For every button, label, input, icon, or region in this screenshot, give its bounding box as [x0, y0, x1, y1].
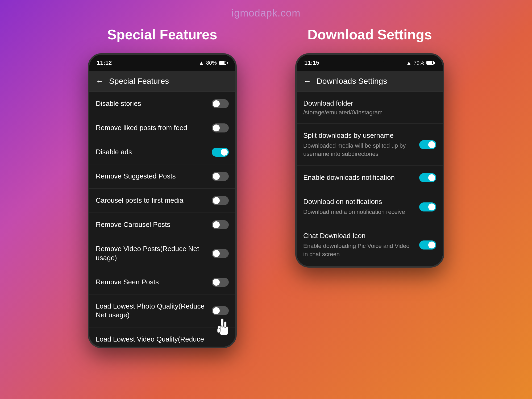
left-status-right: ▲ 80% [199, 60, 228, 66]
download-folder-label: Download folder [303, 99, 436, 107]
setting-label-disable-ads: Disable ads [96, 148, 206, 157]
setting-sublabel-chat-download: Enable downloading Pic Voice and Video i… [303, 242, 414, 259]
left-settings-list: Disable stories Remove liked posts from … [89, 92, 235, 347]
left-phone: 11:12 ▲ 80% ← Special Features [88, 53, 237, 348]
setting-item-disable-ads: Disable ads [89, 140, 235, 164]
toggle-load-lowest-photo[interactable] [212, 306, 229, 315]
toggle-remove-suggested[interactable] [212, 172, 229, 181]
toggle-knob-chat-download [428, 242, 435, 248]
right-status-bar: 11:15 ▲ 79% [297, 55, 443, 71]
svg-rect-2 [224, 322, 226, 328]
watermark: igmodapk.com [231, 7, 300, 19]
left-btn-volume-up [88, 108, 89, 129]
svg-rect-5 [221, 318, 223, 326]
setting-label-enable-notif: Enable downloads notification [303, 173, 414, 182]
setting-label-disable-stories: Disable stories [96, 99, 206, 108]
toggle-split-downloads[interactable] [419, 140, 436, 149]
setting-label-load-lowest-photo: Load Lowest Photo Quality(Reduce Net usa… [96, 302, 206, 320]
right-column-title: Download Settings [307, 27, 432, 43]
setting-item-remove-seen: Remove Seen Posts [89, 270, 235, 294]
setting-item-carousel-first: Carousel posts to first media [89, 189, 235, 213]
right-right-btn-power [443, 108, 444, 140]
right-status-right: ▲ 79% [406, 60, 435, 66]
setting-item-remove-liked: Remove liked posts from feed [89, 116, 235, 140]
toggle-remove-liked[interactable] [212, 123, 229, 132]
toggle-knob-disable-stories [213, 100, 220, 107]
setting-sublabel-split-downloads: Downloaded media will be splited up by u… [303, 142, 414, 158]
setting-sublabel-download-on-notif: Download media on notification receive [303, 208, 414, 216]
left-back-button[interactable]: ← [96, 77, 104, 86]
right-column: Download Settings 11:15 ▲ 79% [277, 27, 463, 348]
svg-rect-4 [217, 328, 220, 333]
setting-label-remove-suggested: Remove Suggested Posts [96, 172, 206, 181]
left-status-time: 11:12 [97, 59, 112, 66]
right-screen-title: Downloads Settings [317, 77, 387, 86]
setting-item-load-lowest-video: Load Lowest Video Quality(Reduce [89, 327, 235, 347]
setting-item-download-on-notif: Download on notifications Download media… [297, 190, 443, 224]
right-battery-text: 79% [414, 60, 424, 66]
toggle-disable-ads[interactable] [212, 148, 229, 157]
setting-item-download-folder: Download folder /storage/emulated/0/Inst… [297, 92, 443, 124]
toggle-knob-remove-seen [213, 279, 220, 286]
right-left-btn-silent [295, 87, 296, 103]
setting-label-split-downloads: Split downloads by username [303, 131, 414, 140]
setting-item-disable-stories: Disable stories [89, 92, 235, 116]
right-battery-icon [426, 61, 435, 65]
setting-item-enable-notif: Enable downloads notification [297, 166, 443, 190]
setting-label-remove-seen: Remove Seen Posts [96, 278, 206, 287]
toggle-knob-enable-notif [428, 174, 435, 181]
setting-item-remove-carousel: Remove Carousel Posts [89, 213, 235, 237]
setting-label-carousel-first: Carousel posts to first media [96, 196, 206, 205]
toggle-enable-notif[interactable] [419, 173, 436, 182]
toggle-knob-download-on-notif [428, 203, 435, 210]
setting-label-remove-liked: Remove liked posts from feed [96, 123, 206, 132]
setting-item-remove-suggested: Remove Suggested Posts [89, 164, 235, 189]
left-status-bar: 11:12 ▲ 80% [89, 55, 235, 71]
right-btn-power [236, 108, 237, 140]
cursor-graphic [214, 315, 232, 340]
svg-rect-0 [220, 326, 228, 335]
toggle-remove-carousel[interactable] [212, 220, 229, 229]
toggle-knob-load-lowest-photo [213, 307, 220, 314]
right-back-button[interactable]: ← [303, 77, 311, 86]
setting-label-remove-video: Remove Video Posts(Reduce Net usage) [96, 244, 206, 263]
right-signal-icon: ▲ [406, 60, 412, 66]
right-phone: 11:15 ▲ 79% ← Downloads Settings [295, 53, 444, 268]
toggle-carousel-first[interactable] [212, 196, 229, 205]
toggle-knob-remove-video [213, 250, 220, 257]
left-battery-text: 80% [206, 60, 217, 66]
right-settings-list: Download folder /storage/emulated/0/Inst… [297, 92, 443, 266]
left-battery-icon [219, 61, 228, 65]
setting-label-load-lowest-video: Load Lowest Video Quality(Reduce [96, 335, 223, 344]
toggle-remove-seen[interactable] [212, 278, 229, 287]
left-screen-title: Special Features [109, 77, 169, 86]
right-screen-header: ← Downloads Settings [297, 71, 443, 92]
toggle-knob-remove-suggested [213, 173, 220, 180]
setting-label-chat-download: Chat Download Icon [303, 231, 414, 240]
toggle-disable-stories[interactable] [212, 99, 229, 108]
right-left-btn-vol-down [295, 135, 296, 156]
left-column-title: Special Features [107, 27, 217, 43]
toggle-download-on-notif[interactable] [419, 202, 436, 211]
right-left-btn-vol-up [295, 108, 296, 129]
left-signal-icon: ▲ [199, 60, 204, 66]
right-status-time: 11:15 [304, 59, 319, 66]
setting-label-download-on-notif: Download on notifications [303, 197, 414, 206]
left-screen-header: ← Special Features [89, 71, 235, 92]
toggle-chat-download[interactable] [419, 240, 436, 250]
toggle-knob-carousel-first [213, 197, 220, 204]
setting-item-chat-download: Chat Download Icon Enable downloading Pi… [297, 224, 443, 266]
left-btn-volume-down [88, 135, 89, 156]
toggle-knob-disable-ads [221, 149, 228, 156]
setting-item-remove-video: Remove Video Posts(Reduce Net usage) [89, 237, 235, 270]
toggle-knob-remove-carousel [213, 221, 220, 228]
setting-item-split-downloads: Split downloads by username Downloaded m… [297, 124, 443, 166]
toggle-remove-video[interactable] [212, 249, 229, 258]
setting-label-remove-carousel: Remove Carousel Posts [96, 220, 206, 229]
download-folder-path: /storage/emulated/0/Instagram [303, 109, 436, 116]
left-column: Special Features 11:12 ▲ 80% [69, 27, 255, 348]
toggle-knob-remove-liked [213, 124, 220, 131]
toggle-knob-split-downloads [428, 141, 435, 148]
setting-item-load-lowest-photo: Load Lowest Photo Quality(Reduce Net usa… [89, 294, 235, 328]
left-btn-volume-silent [88, 87, 89, 103]
